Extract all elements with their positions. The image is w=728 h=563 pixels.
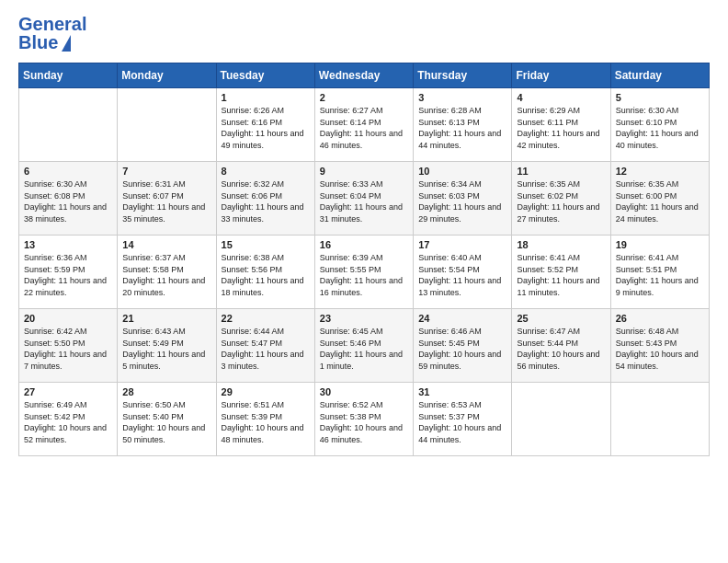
calendar-cell: 25Sunrise: 6:47 AM Sunset: 5:44 PM Dayli… [512,309,610,383]
cell-content: Sunrise: 6:48 AM Sunset: 5:43 PM Dayligh… [616,326,704,372]
day-number: 13 [24,239,112,250]
calendar-cell [19,88,118,162]
calendar-cell [118,88,216,162]
day-number: 1 [222,92,310,103]
cell-content: Sunrise: 6:27 AM Sunset: 6:14 PM Dayligh… [320,105,408,151]
day-number: 12 [616,166,704,177]
header: General Blue [18,15,710,52]
calendar-table: SundayMondayTuesdayWednesdayThursdayFrid… [18,63,710,456]
logo-triangle-icon [62,35,71,52]
calendar-week-row: 1Sunrise: 6:26 AM Sunset: 6:16 PM Daylig… [19,88,710,162]
calendar-cell: 2Sunrise: 6:27 AM Sunset: 6:14 PM Daylig… [314,88,413,162]
cell-content: Sunrise: 6:51 AM Sunset: 5:39 PM Dayligh… [222,399,310,445]
day-number: 20 [24,313,112,324]
logo-blue-text: Blue [18,33,58,52]
day-number: 5 [616,92,704,103]
page: General Blue SundayMondayTuesdayWednesda… [0,0,728,563]
cell-content: Sunrise: 6:34 AM Sunset: 6:03 PM Dayligh… [418,178,506,224]
calendar-cell: 26Sunrise: 6:48 AM Sunset: 5:43 PM Dayli… [610,309,709,383]
column-header-sunday: Sunday [19,63,118,88]
cell-content: Sunrise: 6:47 AM Sunset: 5:44 PM Dayligh… [517,326,605,372]
calendar-cell: 20Sunrise: 6:42 AM Sunset: 5:50 PM Dayli… [19,309,118,383]
calendar-cell: 24Sunrise: 6:46 AM Sunset: 5:45 PM Dayli… [414,309,512,383]
day-number: 3 [418,92,506,103]
calendar-cell: 21Sunrise: 6:43 AM Sunset: 5:49 PM Dayli… [118,309,216,383]
day-number: 27 [24,386,112,397]
column-header-saturday: Saturday [610,63,709,88]
calendar-cell: 15Sunrise: 6:38 AM Sunset: 5:56 PM Dayli… [216,236,314,309]
calendar-cell: 6Sunrise: 6:30 AM Sunset: 6:08 PM Daylig… [19,162,118,236]
day-number: 9 [320,166,408,177]
day-number: 15 [222,239,310,250]
day-number: 26 [616,313,704,324]
calendar-cell: 16Sunrise: 6:39 AM Sunset: 5:55 PM Dayli… [314,236,413,309]
cell-content: Sunrise: 6:31 AM Sunset: 6:07 PM Dayligh… [122,178,210,224]
cell-content: Sunrise: 6:30 AM Sunset: 6:10 PM Dayligh… [616,105,704,151]
cell-content: Sunrise: 6:45 AM Sunset: 5:46 PM Dayligh… [320,326,408,372]
cell-content: Sunrise: 6:49 AM Sunset: 5:42 PM Dayligh… [24,399,112,445]
cell-content: Sunrise: 6:43 AM Sunset: 5:49 PM Dayligh… [122,326,210,372]
cell-content: Sunrise: 6:26 AM Sunset: 6:16 PM Dayligh… [222,105,310,151]
day-number: 4 [517,92,605,103]
cell-content: Sunrise: 6:32 AM Sunset: 6:06 PM Dayligh… [222,178,310,224]
day-number: 7 [122,166,210,177]
logo-line1: General [18,15,86,33]
calendar-cell: 9Sunrise: 6:33 AM Sunset: 6:04 PM Daylig… [314,162,413,236]
calendar-week-row: 20Sunrise: 6:42 AM Sunset: 5:50 PM Dayli… [19,309,710,383]
cell-content: Sunrise: 6:53 AM Sunset: 5:37 PM Dayligh… [418,399,506,445]
calendar-cell: 5Sunrise: 6:30 AM Sunset: 6:10 PM Daylig… [610,88,709,162]
day-number: 24 [418,313,506,324]
calendar-header-row: SundayMondayTuesdayWednesdayThursdayFrid… [19,63,710,88]
cell-content: Sunrise: 6:36 AM Sunset: 5:59 PM Dayligh… [24,252,112,298]
calendar-cell: 29Sunrise: 6:51 AM Sunset: 5:39 PM Dayli… [216,383,314,456]
column-header-friday: Friday [512,63,610,88]
cell-content: Sunrise: 6:37 AM Sunset: 5:58 PM Dayligh… [122,252,210,298]
cell-content: Sunrise: 6:40 AM Sunset: 5:54 PM Dayligh… [418,252,506,298]
column-header-thursday: Thursday [414,63,512,88]
calendar-cell: 12Sunrise: 6:35 AM Sunset: 6:00 PM Dayli… [610,162,709,236]
day-number: 30 [320,386,408,397]
day-number: 10 [418,166,506,177]
calendar-cell [610,383,709,456]
calendar-cell: 22Sunrise: 6:44 AM Sunset: 5:47 PM Dayli… [216,309,314,383]
cell-content: Sunrise: 6:46 AM Sunset: 5:45 PM Dayligh… [418,326,506,372]
day-number: 6 [24,166,112,177]
cell-content: Sunrise: 6:44 AM Sunset: 5:47 PM Dayligh… [222,326,310,372]
cell-content: Sunrise: 6:52 AM Sunset: 5:38 PM Dayligh… [320,399,408,445]
calendar-cell: 1Sunrise: 6:26 AM Sunset: 6:16 PM Daylig… [216,88,314,162]
day-number: 22 [222,313,310,324]
calendar-cell: 7Sunrise: 6:31 AM Sunset: 6:07 PM Daylig… [118,162,216,236]
calendar-week-row: 27Sunrise: 6:49 AM Sunset: 5:42 PM Dayli… [19,383,710,456]
column-header-wednesday: Wednesday [314,63,413,88]
day-number: 8 [222,166,310,177]
calendar-cell: 3Sunrise: 6:28 AM Sunset: 6:13 PM Daylig… [414,88,512,162]
calendar-cell: 13Sunrise: 6:36 AM Sunset: 5:59 PM Dayli… [19,236,118,309]
cell-content: Sunrise: 6:41 AM Sunset: 5:52 PM Dayligh… [517,252,605,298]
calendar-cell: 4Sunrise: 6:29 AM Sunset: 6:11 PM Daylig… [512,88,610,162]
day-number: 18 [517,239,605,250]
calendar-cell [512,383,610,456]
day-number: 11 [517,166,605,177]
day-number: 19 [616,239,704,250]
column-header-tuesday: Tuesday [216,63,314,88]
calendar-week-row: 6Sunrise: 6:30 AM Sunset: 6:08 PM Daylig… [19,162,710,236]
calendar-cell: 8Sunrise: 6:32 AM Sunset: 6:06 PM Daylig… [216,162,314,236]
column-header-monday: Monday [118,63,216,88]
cell-content: Sunrise: 6:30 AM Sunset: 6:08 PM Dayligh… [24,178,112,224]
calendar-cell: 23Sunrise: 6:45 AM Sunset: 5:46 PM Dayli… [314,309,413,383]
logo-general: General [18,14,86,34]
day-number: 29 [222,386,310,397]
calendar-cell: 14Sunrise: 6:37 AM Sunset: 5:58 PM Dayli… [118,236,216,309]
cell-content: Sunrise: 6:33 AM Sunset: 6:04 PM Dayligh… [320,178,408,224]
calendar-cell: 30Sunrise: 6:52 AM Sunset: 5:38 PM Dayli… [314,383,413,456]
cell-content: Sunrise: 6:42 AM Sunset: 5:50 PM Dayligh… [24,326,112,372]
logo-line2: Blue [18,33,71,52]
cell-content: Sunrise: 6:29 AM Sunset: 6:11 PM Dayligh… [517,105,605,151]
day-number: 25 [517,313,605,324]
calendar-cell: 27Sunrise: 6:49 AM Sunset: 5:42 PM Dayli… [19,383,118,456]
cell-content: Sunrise: 6:41 AM Sunset: 5:51 PM Dayligh… [616,252,704,298]
day-number: 21 [122,313,210,324]
calendar-cell: 17Sunrise: 6:40 AM Sunset: 5:54 PM Dayli… [414,236,512,309]
cell-content: Sunrise: 6:35 AM Sunset: 6:02 PM Dayligh… [517,178,605,224]
calendar-cell: 11Sunrise: 6:35 AM Sunset: 6:02 PM Dayli… [512,162,610,236]
